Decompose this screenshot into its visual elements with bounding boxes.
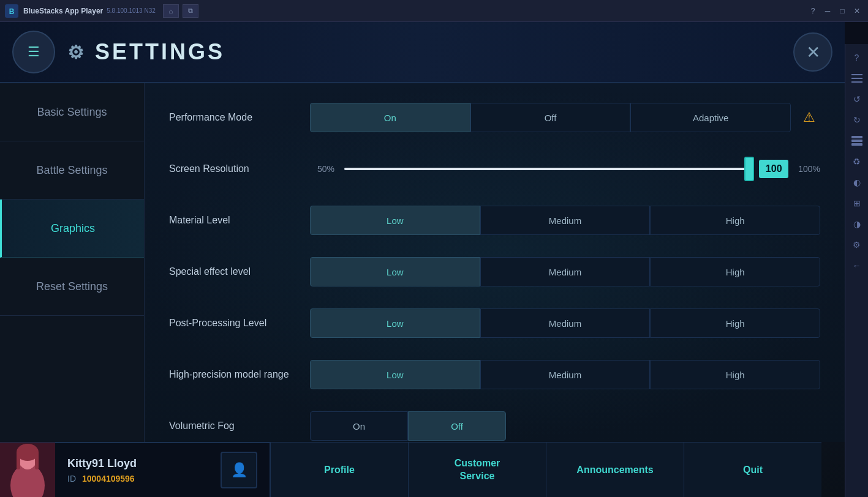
close-btn[interactable]: ✕ — [851, 5, 863, 17]
app-logo: B — [5, 4, 18, 18]
special-effect-high-btn[interactable]: High — [650, 257, 820, 286]
main-content: Performance Mode On Off Adaptive — [145, 83, 845, 442]
post-processing-medium-btn[interactable]: Medium — [480, 308, 651, 338]
user-id-label: ID — [67, 474, 76, 484]
high-precision-medium-btn[interactable]: Medium — [480, 360, 651, 389]
post-processing-low-btn[interactable]: Low — [310, 308, 480, 338]
special-effect-level-label: Special effect level — [169, 266, 310, 277]
title-bar: B BlueStacks App Player 5.8.100.1013 N32… — [0, 0, 868, 22]
app-name: BlueStacks App Player — [23, 7, 103, 15]
hamburger-icon: ☰ — [28, 44, 40, 60]
app-version: 5.8.100.1013 N32 — [107, 7, 156, 14]
special-effect-medium-btn[interactable]: Medium — [480, 257, 651, 286]
restore-btn[interactable]: □ — [836, 5, 848, 17]
post-processing-level-group: Low Medium High — [310, 308, 820, 338]
main-container: ☰ ⚙ SETTINGS ✕ Basic Settings Battle Set… — [0, 22, 868, 497]
user-icon-btn[interactable]: 👤 — [221, 452, 257, 488]
material-level-medium-btn[interactable]: Medium — [480, 206, 651, 235]
svg-rect-9 — [851, 74, 862, 75]
performance-mode-label: Performance Mode — [169, 112, 310, 123]
profile-btn[interactable]: Profile — [270, 443, 408, 497]
slider-track-wrapper[interactable] — [344, 163, 749, 175]
screen-resolution-slider-container: 50% 100 100% — [310, 160, 820, 178]
high-precision-model-range-group: Low Medium High — [310, 360, 820, 389]
customer-service-btn[interactable]: CustomerService — [408, 443, 546, 497]
user-info: Kitty91 Lloyd ID 10004109596 — [55, 457, 214, 484]
svg-rect-7 — [17, 451, 20, 469]
sidebar-icon-layers[interactable] — [847, 131, 867, 151]
slider-max-label: 100% — [798, 164, 820, 174]
slider-track — [344, 168, 749, 170]
window-controls: ? ─ □ ✕ — [807, 5, 863, 17]
special-effect-low-btn[interactable]: Low — [310, 257, 480, 286]
nav-home-btn[interactable]: ⌂ — [163, 4, 179, 18]
user-id-value: 10004109596 — [82, 474, 135, 484]
sidebar-icon-refresh[interactable]: ↺ — [847, 89, 867, 109]
user-id-row: ID 10004109596 — [67, 474, 202, 484]
setting-row-screen-resolution: Screen Resolution 50% 100 100% — [169, 153, 820, 185]
close-settings-btn[interactable]: ✕ — [793, 32, 832, 72]
titlebar-nav: ⌂ ⧉ — [163, 4, 198, 18]
nav-item-reset-settings[interactable]: Reset Settings — [0, 258, 144, 316]
volumetric-fog-off-btn[interactable]: Off — [408, 411, 506, 441]
announcements-btn[interactable]: Announcements — [546, 443, 684, 497]
performance-mode-on-btn[interactable]: On — [310, 103, 470, 132]
special-effect-level-group: Low Medium High — [310, 257, 820, 286]
screen-resolution-label: Screen Resolution — [169, 163, 310, 174]
bottom-bar: Kitty91 Lloyd ID 10004109596 👤 Profile C… — [0, 442, 821, 497]
gear-icon: ⚙ — [67, 42, 86, 63]
special-effect-level-controls: Low Medium High — [310, 257, 820, 286]
sidebar-icon-recycle[interactable]: ♻ — [847, 152, 867, 171]
sidebar-icon-menu[interactable] — [847, 69, 867, 88]
sidebar-icon-half-circle[interactable]: ◑ — [847, 214, 867, 234]
sidebar-icon-sync[interactable]: ↻ — [847, 110, 867, 130]
sidebar-icon-circle[interactable]: ◐ — [847, 173, 867, 192]
left-nav: Basic Settings Battle Settings Graphics … — [0, 83, 145, 442]
sidebar-icon-question[interactable]: ? — [847, 48, 867, 67]
content-area: Basic Settings Battle Settings Graphics … — [0, 83, 845, 442]
nav-multi-btn[interactable]: ⧉ — [183, 4, 198, 18]
volumetric-fog-on-btn[interactable]: On — [310, 411, 408, 441]
svg-text:B: B — [9, 7, 15, 16]
sidebar-icon-stack[interactable]: ⊞ — [847, 193, 867, 213]
high-precision-low-btn[interactable]: Low — [310, 360, 480, 389]
quit-btn[interactable]: Quit — [684, 443, 821, 497]
svg-rect-12 — [851, 136, 862, 138]
help-btn[interactable]: ? — [807, 5, 819, 17]
slider-fill — [344, 168, 749, 170]
right-sidebar: ? ↺ ↻ ♻ ◐ ⊞ ◑ ⚙ ← — [845, 44, 868, 497]
hamburger-btn[interactable]: ☰ — [12, 31, 55, 73]
volumetric-fog-group: On Off — [310, 411, 506, 441]
volumetric-fog-label: Volumetric Fog — [169, 420, 310, 432]
settings-header: ☰ ⚙ SETTINGS ✕ — [0, 22, 845, 83]
setting-row-special-effect-level: Special effect level Low Medium High — [169, 256, 820, 288]
high-precision-model-range-label: High-precision model range — [169, 369, 310, 380]
nav-item-battle-settings[interactable]: Battle Settings — [0, 141, 144, 200]
user-avatar-img — [0, 443, 55, 497]
performance-mode-controls: On Off Adaptive ⚠ — [310, 103, 820, 132]
performance-mode-adaptive-btn[interactable]: Adaptive — [630, 103, 791, 132]
high-precision-high-btn[interactable]: High — [650, 360, 820, 389]
settings-panel: ☰ ⚙ SETTINGS ✕ Basic Settings Battle Set… — [0, 22, 845, 497]
settings-title-text: SETTINGS — [95, 39, 225, 65]
slider-thumb[interactable] — [744, 157, 754, 181]
nav-item-graphics[interactable]: Graphics — [0, 200, 144, 258]
high-precision-model-range-controls: Low Medium High — [310, 360, 820, 389]
sidebar-icon-gear[interactable]: ⚙ — [847, 235, 867, 255]
setting-row-performance-mode: Performance Mode On Off Adaptive — [169, 102, 820, 133]
user-avatar — [0, 443, 55, 497]
setting-row-material-level: Material Level Low Medium High — [169, 204, 820, 236]
material-level-controls: Low Medium High — [310, 206, 820, 235]
post-processing-level-controls: Low Medium High — [310, 308, 820, 338]
svg-rect-14 — [851, 143, 862, 146]
performance-mode-alert-icon: ⚠ — [798, 106, 820, 129]
material-level-low-btn[interactable]: Low — [310, 206, 480, 235]
minimize-btn[interactable]: ─ — [821, 5, 834, 17]
user-name: Kitty91 Lloyd — [67, 457, 202, 470]
sidebar-icon-back[interactable]: ← — [847, 256, 867, 275]
post-processing-high-btn[interactable]: High — [650, 308, 820, 338]
material-level-high-btn[interactable]: High — [650, 206, 820, 235]
performance-mode-off-btn[interactable]: Off — [470, 103, 631, 132]
nav-item-basic-settings[interactable]: Basic Settings — [0, 83, 144, 141]
user-icon: 👤 — [231, 462, 247, 478]
